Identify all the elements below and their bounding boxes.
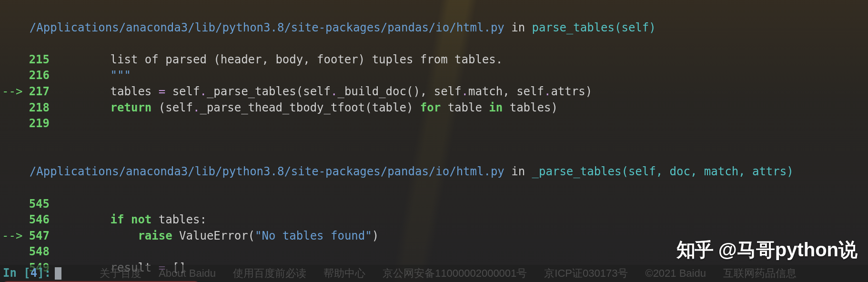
traceback-output: /Applications/anaconda3/lib/python3.8/si… — [0, 0, 868, 282]
arrow-col — [0, 116, 25, 132]
lineno: 546 — [25, 212, 55, 228]
arrow-col — [0, 100, 25, 116]
footer-link: About Baidu — [159, 266, 216, 281]
frame1-path: /Applications/anaconda3/lib/python3.8/si… — [30, 21, 505, 34]
code-text — [55, 196, 868, 212]
arrow-col — [0, 196, 25, 212]
footer-link: 京ICP证030173号 — [544, 266, 628, 281]
frame2-path: /Applications/anaconda3/lib/python3.8/si… — [30, 165, 505, 178]
footer-link: ©2021 Baidu — [645, 266, 706, 281]
code-line-current: --> 547 raise ValueError("No tables foun… — [0, 228, 868, 244]
arrow-col — [0, 244, 25, 260]
footer-link: 互联网药品信息 — [723, 266, 797, 281]
footer-link: 关于百度 — [100, 266, 141, 281]
code-line: 218 return (self._parse_thead_tbody_tfoo… — [0, 100, 868, 116]
background-footer-links: 关于百度 About Baidu 使用百度前必读 帮助中心 京公网安备11000… — [100, 266, 797, 281]
arrow-col — [0, 52, 25, 68]
code-line-current: --> 217 tables = self._parse_tables(self… — [0, 84, 868, 100]
code-line: 216 """ — [0, 68, 868, 84]
footer-link: 帮助中心 — [323, 266, 365, 281]
input-prompt-row[interactable]: In [4]: 关于百度 About Baidu 使用百度前必读 帮助中心 京公… — [0, 265, 868, 282]
lineno: 219 — [25, 116, 55, 132]
code-text: if not tables: — [55, 212, 868, 228]
lineno: 215 — [25, 52, 55, 68]
lineno: 547 — [25, 228, 55, 244]
code-text: list of parsed (header, body, footer) tu… — [55, 52, 868, 68]
in-word: in — [505, 21, 532, 34]
lineno: 548 — [25, 244, 55, 260]
code-line: 546 if not tables: — [0, 212, 868, 228]
lineno: 218 — [25, 100, 55, 116]
code-line: 548 — [0, 244, 868, 260]
code-text: raise ValueError("No tables found") — [55, 228, 868, 244]
arrow-col — [0, 212, 25, 228]
arrow-indicator: --> — [0, 228, 25, 244]
frame1-func: parse_tables — [532, 21, 615, 34]
arrow-col — [0, 68, 25, 84]
lineno: 217 — [25, 84, 55, 100]
frame2-func: _parse_tables — [532, 165, 622, 178]
arrow-indicator: --> — [0, 84, 25, 100]
frame1-header: /Applications/anaconda3/lib/python3.8/si… — [0, 4, 868, 52]
lineno: 216 — [25, 68, 55, 84]
footer-link: 京公网安备11000002000001号 — [383, 266, 527, 281]
spacer — [0, 132, 868, 148]
frame2-sig: (self, doc, match, attrs) — [621, 165, 793, 178]
code-line: 545 — [0, 196, 868, 212]
code-line: 219 — [0, 116, 868, 132]
code-text: """ — [55, 68, 868, 84]
code-line: 215 list of parsed (header, body, footer… — [0, 52, 868, 68]
frame2-header: /Applications/anaconda3/lib/python3.8/si… — [0, 148, 868, 196]
in-word: in — [505, 165, 532, 178]
footer-link: 使用百度前必读 — [233, 266, 306, 281]
code-text: tables = self._parse_tables(self._build_… — [55, 84, 868, 100]
cursor-icon — [55, 267, 61, 280]
code-text: return (self._parse_thead_tbody_tfoot(ta… — [55, 100, 868, 116]
frame1-sig: (self) — [615, 21, 656, 34]
lineno: 545 — [25, 196, 55, 212]
prompt-label: In [4]: — [0, 265, 51, 282]
code-text — [55, 116, 868, 132]
code-text — [55, 244, 868, 260]
